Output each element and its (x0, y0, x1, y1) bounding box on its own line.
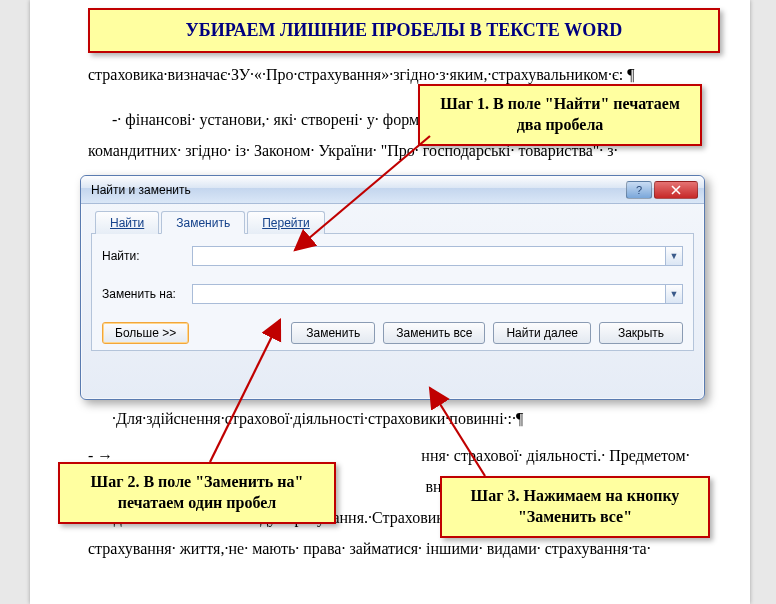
find-dropdown-button[interactable]: ▼ (665, 246, 683, 266)
callout-step-1: Шаг 1. В поле "Найти" печатаем два пробе… (418, 84, 702, 146)
replace-label: Заменить на: (102, 287, 192, 301)
replace-input[interactable] (192, 284, 665, 304)
dialog-title: Найти и заменить (91, 183, 624, 197)
chevron-down-icon: ▼ (670, 289, 679, 299)
find-label: Найти: (102, 249, 192, 263)
replace-combo: ▼ (192, 284, 683, 304)
tab-goto[interactable]: Перейти (247, 211, 325, 234)
replace-dropdown-button[interactable]: ▼ (665, 284, 683, 304)
callout-step-3: Шаг 3. Нажимаем на кнопку "Заменить все" (440, 476, 710, 538)
replace-row: Заменить на: ▼ (102, 284, 683, 304)
close-icon[interactable] (654, 181, 698, 199)
tab-find[interactable]: Найти (95, 211, 159, 234)
close-button[interactable]: Закрыть (599, 322, 683, 344)
tab-panel-replace: Найти: ▼ Заменить на: ▼ Больше (91, 234, 694, 351)
find-input[interactable] (192, 246, 665, 266)
dialog-button-row: Больше >> Заменить Заменить все Найти да… (102, 322, 683, 344)
title-banner: УБИРАЕМ ЛИШНИЕ ПРОБЕЛЫ В ТЕКСТЕ WORD (88, 8, 720, 53)
find-replace-dialog: Найти и заменить ? Найти Заменить Перейт… (80, 175, 705, 400)
find-combo: ▼ (192, 246, 683, 266)
doc-line: ·Для·здійснення·страхової·діяльності·стр… (88, 403, 720, 434)
find-next-button[interactable]: Найти далее (493, 322, 591, 344)
chevron-down-icon: ▼ (670, 251, 679, 261)
replace-all-button[interactable]: Заменить все (383, 322, 485, 344)
dialog-titlebar[interactable]: Найти и заменить ? (81, 176, 704, 204)
more-button[interactable]: Больше >> (102, 322, 189, 344)
find-row: Найти: ▼ (102, 246, 683, 266)
tab-replace[interactable]: Заменить (161, 211, 245, 234)
doc-line: страхування· життя,·не· мають· права· за… (88, 533, 720, 564)
help-button[interactable]: ? (626, 181, 652, 199)
replace-button[interactable]: Заменить (291, 322, 375, 344)
dialog-body: Найти Заменить Перейти Найти: ▼ Заменить… (81, 204, 704, 361)
dialog-tabs: Найти Заменить Перейти (91, 210, 694, 234)
callout-step-2: Шаг 2. В поле "Заменить на" печатаем оди… (58, 462, 336, 524)
doc-paragraph-3: ·Для·здійснення·страхової·діяльності·стр… (88, 403, 720, 434)
